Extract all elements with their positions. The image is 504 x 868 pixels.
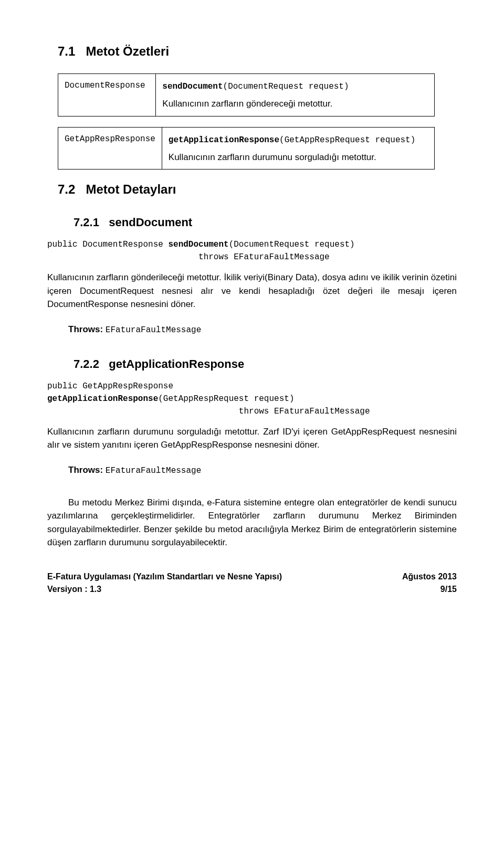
signature-cell: sendDocument(DocumentRequest request) Ku… (156, 74, 434, 117)
throws-label: Throws: (68, 465, 106, 475)
footer-title: E-Fatura Uygulaması (Yazılım Standartlar… (47, 570, 282, 583)
paragraph-722a: Kullanıcının zarfların durumunu sorgulad… (47, 425, 457, 452)
section-title: Metot Özetleri (86, 44, 169, 58)
footer-left: E-Fatura Uygulaması (Yazılım Standartlar… (47, 570, 282, 596)
page-footer: E-Fatura Uygulaması (Yazılım Standartlar… (47, 570, 457, 596)
table-row: DocumentResponse sendDocument(DocumentRe… (58, 74, 435, 117)
subsection-number: 7.2.1 (74, 216, 99, 229)
throws-value: EFaturaFaultMessage (106, 325, 201, 335)
return-type-cell: GetAppRespResponse (58, 127, 162, 170)
section-7-1-heading: 7.1 Metot Özetleri (47, 42, 457, 61)
footer-right: Ağustos 2013 9/15 (402, 570, 457, 596)
return-type-cell: DocumentResponse (58, 74, 156, 117)
paragraph-722b: Bu metodu Merkez Birimi dışında, e-Fatur… (47, 496, 457, 549)
method-description: Kullanıcının zarfların göndereceği metot… (162, 97, 427, 111)
method-signature: sendDocument(DocumentRequest request) (162, 82, 349, 91)
table-row: GetAppRespResponse getApplicationRespons… (58, 127, 435, 170)
method-description: Kullanıcının zarfların durumunu sorgulad… (169, 151, 428, 164)
summary-table-2: GetAppRespResponse getApplicationRespons… (58, 127, 435, 170)
code-signature-722: public GetAppRespResponse getApplication… (47, 380, 457, 418)
method-signature: getApplicationResponse(GetAppRespRequest… (169, 135, 415, 145)
signature-cell: getApplicationResponse(GetAppRespRequest… (162, 127, 434, 170)
subsection-number: 7.2.2 (74, 357, 99, 371)
section-7-2-2-heading: 7.2.2 getApplicationResponse (47, 355, 457, 373)
section-7-2-heading: 7.2 Metot Detayları (47, 180, 457, 199)
subsection-title: sendDocument (109, 216, 192, 229)
summary-table-1: DocumentResponse sendDocument(DocumentRe… (58, 73, 435, 117)
section-number: 7.2 (58, 182, 75, 196)
footer-date: Ağustos 2013 (402, 570, 457, 583)
subsection-title: getApplicationResponse (109, 357, 244, 371)
paragraph-721: Kullanıcının zarfların gönderileceği met… (47, 271, 457, 311)
throws-label: Throws: (68, 324, 106, 334)
throws-722: Throws: EFaturaFaultMessage (68, 463, 457, 477)
section-7-2-1-heading: 7.2.1 sendDocument (47, 214, 457, 231)
section-number: 7.1 (58, 44, 75, 58)
section-title: Metot Detayları (86, 182, 176, 196)
throws-721: Throws: EFaturaFaultMessage (68, 323, 457, 336)
code-signature-721: public DocumentResponse sendDocument(Doc… (47, 238, 457, 263)
throws-value: EFaturaFaultMessage (106, 466, 201, 475)
footer-page-number: 9/15 (402, 583, 457, 596)
footer-version: Versiyon : 1.3 (47, 583, 282, 596)
